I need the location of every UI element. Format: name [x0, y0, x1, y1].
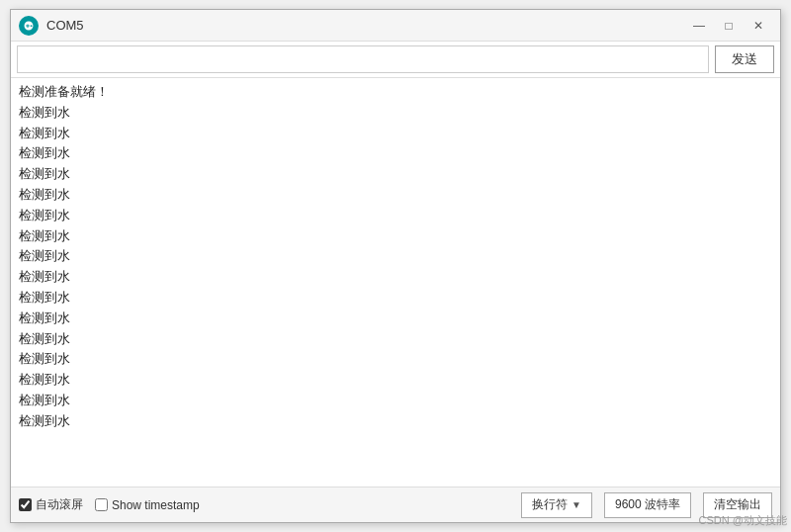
list-item: 检测到水: [19, 370, 772, 391]
title-bar: COM5 — □ ✕: [11, 10, 780, 42]
close-button[interactable]: ✕: [745, 14, 772, 38]
list-item: 检测到水: [19, 226, 772, 247]
watermark: CSDN @动文技能: [699, 513, 787, 528]
list-item: 检测到水: [19, 206, 772, 226]
list-item: 检测到水: [19, 267, 772, 288]
list-item: 检测到水: [19, 143, 772, 164]
serial-output-area[interactable]: 检测准备就绪！检测到水检测到水检测到水检测到水检测到水检测到水检测到水检测到水检…: [11, 78, 780, 487]
serial-input[interactable]: [17, 45, 709, 73]
window-title: COM5: [46, 18, 685, 33]
list-item: 检测到水: [19, 391, 772, 411]
list-item: 检测到水: [19, 309, 772, 329]
baud-rate-button[interactable]: 9600 波特率: [604, 492, 691, 518]
show-timestamp-text: Show timestamp: [112, 498, 200, 512]
chevron-down-icon: ▼: [571, 499, 581, 510]
list-item: 检测到水: [19, 411, 772, 432]
minimize-button[interactable]: —: [685, 14, 713, 38]
status-bar: 自动滚屏 Show timestamp 换行符 ▼ 9600 波特率 清空输出: [11, 487, 780, 522]
window-controls: — □ ✕: [685, 14, 772, 38]
newline-label: 换行符: [532, 496, 568, 513]
list-item: 检测到水: [19, 349, 772, 370]
auto-scroll-label[interactable]: 自动滚屏: [19, 496, 83, 513]
list-item: 检测到水: [19, 103, 772, 124]
auto-scroll-checkbox[interactable]: [19, 498, 32, 511]
list-item: 检测到水: [19, 288, 772, 309]
maximize-button[interactable]: □: [715, 14, 743, 38]
show-timestamp-label[interactable]: Show timestamp: [95, 498, 200, 512]
arduino-serial-monitor-window: COM5 — □ ✕ 发送 检测准备就绪！检测到水检测到水检测到水检测到水检测到…: [10, 9, 781, 523]
list-item: 检测到水: [19, 185, 772, 206]
list-item: 检测到水: [19, 164, 772, 185]
arduino-logo-icon: [22, 19, 36, 33]
send-button[interactable]: 发送: [715, 45, 774, 73]
list-item: 检测到水: [19, 329, 772, 350]
app-icon: [19, 16, 39, 36]
list-item: 检测准备就绪！: [19, 82, 772, 103]
list-item: 检测到水: [19, 246, 772, 267]
show-timestamp-checkbox[interactable]: [95, 498, 108, 511]
list-item: 检测到水: [19, 124, 772, 144]
input-bar: 发送: [11, 42, 780, 78]
auto-scroll-text: 自动滚屏: [36, 496, 83, 513]
newline-dropdown[interactable]: 换行符 ▼: [521, 492, 592, 518]
